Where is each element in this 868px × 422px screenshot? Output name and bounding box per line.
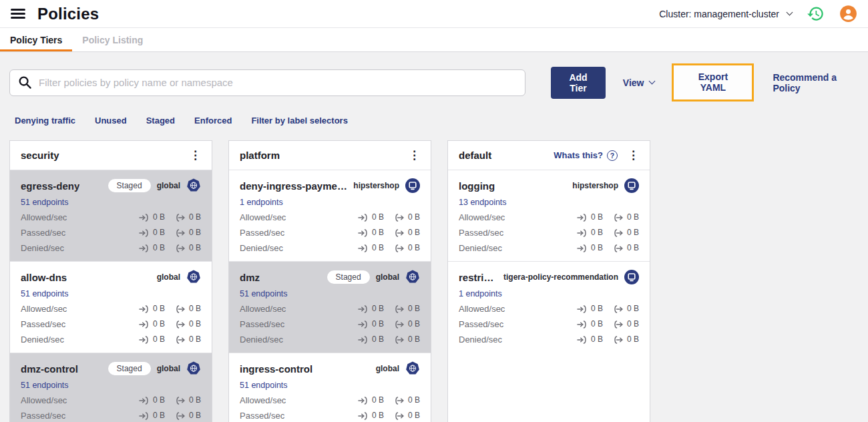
bytes-out-stat: 0 B bbox=[394, 303, 420, 314]
endpoints-link[interactable]: 51 endpoints bbox=[21, 198, 69, 207]
tier-column: default Whats this? ? ⋮ logging hipsters… bbox=[447, 140, 650, 422]
tier-cards: logging hipstershop 13 endpoints Allowed… bbox=[448, 170, 650, 353]
stat-row: Allowed/sec 0 B 0 B bbox=[240, 395, 420, 406]
export-yaml-button[interactable]: Export YAML bbox=[686, 71, 739, 93]
bytes-out-icon bbox=[394, 412, 405, 420]
stat-out-value: 0 B bbox=[189, 410, 201, 421]
stat-label: Passed/sec bbox=[21, 227, 65, 238]
stat-out-value: 0 B bbox=[627, 334, 639, 345]
bytes-in-stat: 0 B bbox=[139, 212, 165, 223]
policy-name: dmz-control bbox=[21, 363, 78, 375]
bytes-out-stat: 0 B bbox=[613, 303, 639, 314]
bytes-in-stat: 0 B bbox=[139, 410, 165, 421]
add-tier-button[interactable]: Add Tier bbox=[551, 67, 606, 99]
policy-card[interactable]: egress-deny Staged global 51 endpoints A… bbox=[10, 170, 212, 261]
staged-badge: Staged bbox=[108, 362, 151, 375]
stat-label: Passed/sec bbox=[21, 410, 65, 421]
stat-in-value: 0 B bbox=[372, 334, 384, 345]
bytes-in-icon bbox=[139, 229, 150, 237]
stat-label: Allowed/sec bbox=[240, 303, 286, 314]
filter-label-selectors[interactable]: Filter by label selectors bbox=[251, 116, 348, 126]
stat-out-value: 0 B bbox=[408, 410, 420, 421]
bytes-out-icon bbox=[394, 305, 405, 313]
bytes-in-stat: 0 B bbox=[139, 303, 165, 314]
stat-row: Passed/sec 0 B 0 B bbox=[240, 410, 420, 421]
hamburger-menu-icon[interactable] bbox=[11, 9, 25, 19]
chevron-down-icon bbox=[787, 9, 793, 16]
tier-header: default Whats this? ? ⋮ bbox=[448, 141, 650, 170]
bytes-in-icon bbox=[358, 305, 369, 313]
bytes-out-icon bbox=[175, 244, 186, 252]
stat-label: Passed/sec bbox=[240, 227, 284, 238]
filter-enforced[interactable]: Enforced bbox=[194, 116, 232, 126]
bytes-out-icon bbox=[613, 214, 624, 222]
tier-column: platform ⋮ deny-ingress-paymentservi... … bbox=[228, 140, 431, 422]
filter-unused[interactable]: Unused bbox=[95, 116, 127, 126]
stat-out-value: 0 B bbox=[408, 242, 420, 254]
policy-scope-label: global bbox=[157, 272, 180, 282]
bytes-out-icon bbox=[394, 229, 405, 237]
stat-row: Denied/sec 0 B 0 B bbox=[240, 334, 420, 345]
policy-search bbox=[9, 69, 525, 96]
tier-menu-button[interactable]: ⋮ bbox=[190, 150, 201, 161]
global-scope-icon bbox=[405, 361, 420, 376]
search-input[interactable] bbox=[39, 77, 517, 88]
user-avatar[interactable] bbox=[839, 5, 857, 23]
policy-card[interactable]: allow-dns global 51 endpoints Allowed/se… bbox=[10, 261, 212, 353]
bytes-in-icon bbox=[358, 412, 369, 420]
bytes-in-stat: 0 B bbox=[358, 319, 384, 330]
tier-header: platform ⋮ bbox=[229, 141, 431, 170]
namespace-scope-icon bbox=[405, 178, 420, 193]
policy-scope-label: hipstershop bbox=[572, 181, 618, 190]
stat-in-value: 0 B bbox=[153, 212, 165, 223]
endpoints-link[interactable]: 1 endpoints bbox=[240, 198, 283, 207]
cluster-selector[interactable]: Cluster: management-cluster bbox=[659, 9, 792, 19]
stat-row: Passed/sec 0 B 0 B bbox=[21, 227, 201, 238]
recommend-policy-link[interactable]: Recommend a Policy bbox=[773, 72, 859, 93]
bytes-out-icon bbox=[613, 244, 624, 252]
bytes-out-icon bbox=[175, 336, 186, 344]
whats-this-link[interactable]: Whats this? ? bbox=[554, 150, 618, 161]
tier-menu-button[interactable]: ⋮ bbox=[409, 150, 420, 161]
stat-in-value: 0 B bbox=[591, 227, 603, 238]
view-dropdown-button[interactable]: View bbox=[623, 77, 655, 88]
bytes-out-stat: 0 B bbox=[394, 395, 420, 406]
stat-label: Passed/sec bbox=[459, 319, 503, 330]
policy-card[interactable]: deny-ingress-paymentservi... hipstershop… bbox=[229, 170, 431, 261]
bytes-in-stat: 0 B bbox=[139, 227, 165, 238]
policy-name: logging bbox=[459, 180, 495, 192]
whats-this-text: Whats this? bbox=[554, 150, 603, 160]
history-icon[interactable] bbox=[807, 5, 825, 23]
tab-policy-listing[interactable]: Policy Listing bbox=[72, 28, 153, 51]
tier-menu-button[interactable]: ⋮ bbox=[628, 150, 639, 161]
staged-badge: Staged bbox=[327, 270, 370, 284]
policy-card[interactable]: restricted tigera-policy-recommendation … bbox=[448, 261, 650, 353]
bytes-in-icon bbox=[577, 214, 588, 222]
policy-card[interactable]: dmz Staged global 51 endpoints Allowed/s… bbox=[229, 261, 431, 353]
bytes-in-icon bbox=[358, 397, 369, 405]
bytes-in-stat: 0 B bbox=[139, 242, 165, 254]
filter-staged[interactable]: Staged bbox=[146, 116, 175, 126]
bytes-out-stat: 0 B bbox=[175, 319, 201, 330]
bytes-out-icon bbox=[175, 214, 186, 222]
filter-denying-traffic[interactable]: Denying traffic bbox=[15, 116, 75, 126]
bytes-out-stat: 0 B bbox=[175, 395, 201, 406]
tab-policy-tiers[interactable]: Policy Tiers bbox=[0, 28, 72, 51]
bytes-in-icon bbox=[139, 321, 150, 329]
stat-out-value: 0 B bbox=[189, 212, 201, 223]
page-title: Policies bbox=[37, 5, 99, 23]
stat-out-value: 0 B bbox=[189, 395, 201, 406]
policy-card[interactable]: ingress-control global 51 endpoints Allo… bbox=[229, 353, 431, 422]
endpoints-link[interactable]: 51 endpoints bbox=[240, 289, 288, 298]
stat-in-value: 0 B bbox=[372, 303, 384, 314]
tier-name: security bbox=[21, 150, 59, 161]
endpoints-link[interactable]: 51 endpoints bbox=[21, 289, 69, 298]
endpoints-link[interactable]: 13 endpoints bbox=[459, 198, 507, 207]
endpoints-link[interactable]: 51 endpoints bbox=[21, 381, 69, 390]
bytes-out-icon bbox=[175, 305, 186, 313]
bytes-out-stat: 0 B bbox=[175, 242, 201, 254]
policy-card[interactable]: logging hipstershop 13 endpoints Allowed… bbox=[448, 170, 650, 261]
policy-card[interactable]: dmz-control Staged global 51 endpoints A… bbox=[10, 353, 212, 422]
endpoints-link[interactable]: 1 endpoints bbox=[459, 289, 502, 298]
endpoints-link[interactable]: 51 endpoints bbox=[240, 381, 288, 390]
